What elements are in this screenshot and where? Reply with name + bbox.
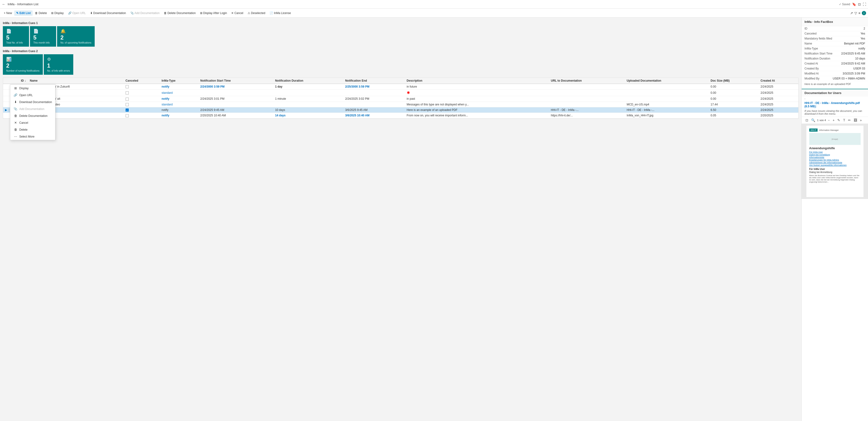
cell-desc: in future [405,84,549,89]
resize-icon[interactable]: ⊡ [858,2,861,6]
cell-canceled[interactable] [124,113,160,118]
table-row[interactable]: 6 Typ 'benachrichtigen' in Zukunft notif… [3,84,798,89]
col-duration[interactable]: Notification Duration [273,78,343,84]
col-start-time[interactable]: Notification Start Time [198,78,273,84]
doc-preview-link-1[interactable]: Für InMa User [809,151,861,153]
context-delete[interactable]: 🗑 Delete [10,126,55,133]
new-button[interactable]: + New [2,10,14,16]
cell-start: 2/20/2025 10:40 AM [198,113,273,118]
col-url[interactable]: URL to Documentation [549,78,625,84]
factbox-value-modified-by: USER 03 + INMA-ADMIN [833,77,865,80]
doc-page-total: von 4 [819,119,826,122]
bookmark-icon[interactable]: 🔖 [852,2,856,6]
col-end[interactable]: Notification End [343,78,405,84]
back-button[interactable]: ← [2,2,6,6]
display-after-login-button[interactable]: ⊞ Display After Login [198,10,229,16]
doc-zoom-out-icon[interactable]: − [827,118,831,123]
context-open-url[interactable]: 🔗 Open URL [10,92,55,98]
doc-zoom-icon[interactable]: 🔍 [810,118,816,123]
context-cancel[interactable]: ✕ Cancel [10,119,55,126]
context-open-url-label: Open URL [19,93,33,97]
inma-license-button[interactable]: 📄 InMa License [268,10,293,16]
doc-image-icon[interactable]: 🖼 [853,118,858,123]
col-canceled[interactable]: Canceled [124,78,160,84]
canceled-checkbox[interactable] [126,97,129,101]
doc-edit-icon[interactable]: ✎ [836,118,841,123]
deselected-button[interactable]: ⚠ Deselected [246,10,267,16]
fullscreen-icon[interactable]: ⛶ [863,2,866,6]
display-button[interactable]: ⊞ Display [49,10,66,16]
col-created[interactable]: Created At [758,78,798,84]
doc-text-icon[interactable]: T [842,118,846,123]
cue-month-info[interactable]: 📄 5 This month Info [30,26,56,47]
factbox-title: InMa - Info FactBox [802,18,868,26]
context-delete-doc[interactable]: 🗑 Delete Documentation [10,112,55,119]
edit-list-button[interactable]: ✎ Edit List [14,10,33,16]
delete-button[interactable]: 🗑 Delete [33,10,49,16]
col-uploaded[interactable]: Uploaded Documentation [625,78,709,84]
canceled-checkbox[interactable] [126,103,129,106]
table-row[interactable]: ▶ ⋮ 2 Beispiel mit PDF notify 2/24/2025 … [3,107,798,113]
cue-errors[interactable]: ⚙ 1 No. of Info with errors [44,54,73,75]
doc-draw-icon[interactable]: ✏ [847,118,852,123]
cancel-button[interactable]: ✕ Cancel [229,10,245,16]
table-row[interactable]: 1 InMa notify 2/20/2025 10:40 AM 14 days… [3,113,798,118]
cell-canceled[interactable] [124,101,160,107]
doc-preview-header: HHi-IT Information Manager [809,128,861,131]
context-select-more[interactable]: ⋯ Select More [10,133,55,140]
cell-uploaded: MCD_en-US.mp4 [625,101,709,107]
cue-upcoming-notifications[interactable]: 🔔 2 No. of upcoming Notifications [57,26,95,47]
table-row[interactable]: 4 Typ 'benachrichtigen' alt notify 2/24/… [3,96,798,101]
cue-total-info[interactable]: 📄 5 Total No. of Info [3,26,29,47]
canceled-checkbox[interactable] [126,114,129,117]
cue-errors-number: 1 [47,63,70,68]
doc-preview-link-3[interactable]: Informationsiste [809,156,861,158]
share-icon[interactable]: ↗ [850,11,853,15]
doc-preview-link-4[interactable]: Erweiterungen für InMa Admins [809,159,861,161]
canceled-checkbox[interactable] [126,109,129,112]
context-display[interactable]: ⊞ Display [10,85,55,92]
cue-running-notifications[interactable]: 📊 2 Number of running Notifications [3,54,43,75]
doc-fit-icon[interactable]: ⊡ [805,118,809,123]
cell-canceled[interactable] [124,84,160,89]
factbox-row-inma-type: InMa-Type notify [802,46,868,51]
doc-preview-link-5[interactable]: Administrieren der Informationsiste [809,161,861,164]
doc-zoom-in-icon[interactable]: + [832,118,835,123]
context-menu: ⊞ Display 🔗 Open URL ⬇ Download Document… [10,85,55,140]
right-panel: InMa - Info FactBox ID 2 Canceled Yes Ma… [801,18,868,421]
add-doc-button[interactable]: 📎 Add Documentation [128,10,161,16]
doc-more-icon[interactable]: » [859,118,863,123]
cell-end: 2/24/2025 3:02 PM [343,96,405,101]
context-display-label: Display [19,87,29,90]
cell-canceled[interactable] [124,96,160,101]
doc-preview-sub: Dialog bei Anmeldung [809,171,861,174]
doc-brand: HHi-IT [809,128,818,131]
col-name[interactable]: Name [28,78,123,84]
list-icon[interactable]: ≡ [859,11,860,15]
filter-icon[interactable]: ▽ [855,11,857,15]
canceled-checkbox[interactable] [126,91,129,94]
open-url-button[interactable]: 🔗 Open URL [66,10,88,16]
doc-preview-section: Für InMa User [809,168,861,171]
cell-duration: 1 day [273,84,343,89]
cue-upcoming-label: No. of upcoming Notifications [60,41,91,44]
context-download-doc[interactable]: ⬇ Download Documentation [10,98,55,106]
canceled-checkbox[interactable] [126,85,129,88]
table-row[interactable]: 5 Pflichtfeld fehlt standard ✱ 0.00 2/24 [3,89,798,96]
delete-doc-button[interactable]: 🗑 Delete Documentation [162,10,198,16]
download-doc-cm-icon: ⬇ [13,100,18,104]
col-description[interactable]: Description [405,78,549,84]
col-inma-type[interactable]: InMa-Type [160,78,198,84]
download-doc-button[interactable]: ⬇ Download Documentation [88,10,128,16]
cell-canceled[interactable] [124,89,160,96]
table-row[interactable]: 3 Typ 'standard' mit Video standard Mess… [3,101,798,107]
cell-uploaded: HHi-IT - DE - InMa -... [625,107,709,113]
col-id[interactable]: ID ↓ [3,78,28,84]
doc-preview-link-2[interactable]: Dialog bei Anmeldung [809,153,861,156]
cell-canceled[interactable] [124,107,160,113]
info-icon[interactable]: i [862,11,866,15]
add-doc-cm-icon: 📎 [13,107,18,111]
doc-preview-link-6[interactable]: Von Nutzer! ausgewählte Informationen [809,164,861,167]
col-doc-size[interactable]: Doc Size (MB) [709,78,758,84]
doc-dash: - [802,97,868,100]
